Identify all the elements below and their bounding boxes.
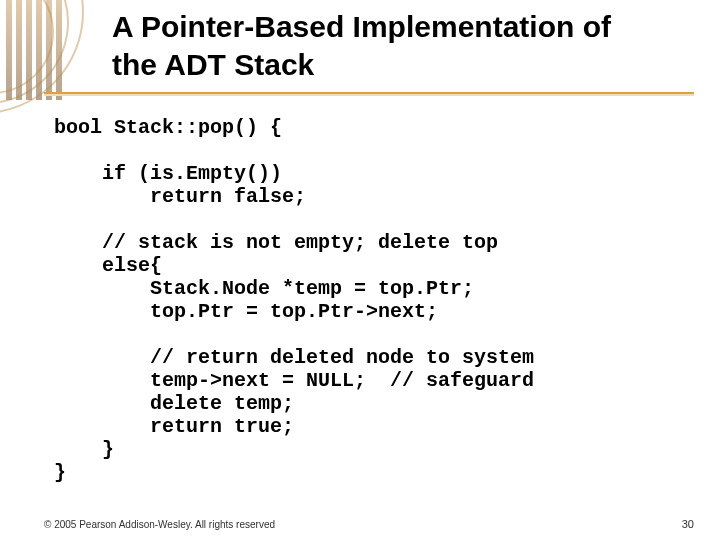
code-line: return false; [54, 185, 306, 208]
title-line-1: A Pointer-Based Implementation of [112, 10, 611, 43]
code-line: return true; [54, 415, 294, 438]
code-line: bool Stack::pop() { [54, 116, 282, 139]
title-underline [44, 92, 694, 94]
code-line: Stack.Node *temp = top.Ptr; [54, 277, 474, 300]
code-block: bool Stack::pop() { if (is.Empty()) retu… [54, 116, 680, 484]
code-line: } [54, 461, 66, 484]
code-line: delete temp; [54, 392, 294, 415]
page-number: 30 [682, 518, 694, 530]
code-line: else{ [54, 254, 162, 277]
code-line: } [54, 438, 114, 461]
code-line: // return deleted node to system [54, 346, 534, 369]
code-line: temp->next = NULL; // safeguard [54, 369, 534, 392]
code-line: if (is.Empty()) [54, 162, 282, 185]
corner-decoration [0, 0, 100, 100]
code-line: top.Ptr = top.Ptr->next; [54, 300, 438, 323]
slide-title: A Pointer-Based Implementation of the AD… [112, 8, 700, 83]
copyright-footer: © 2005 Pearson Addison-Wesley. All right… [44, 519, 275, 530]
title-line-2: the ADT Stack [112, 48, 314, 81]
code-line: // stack is not empty; delete top [54, 231, 498, 254]
